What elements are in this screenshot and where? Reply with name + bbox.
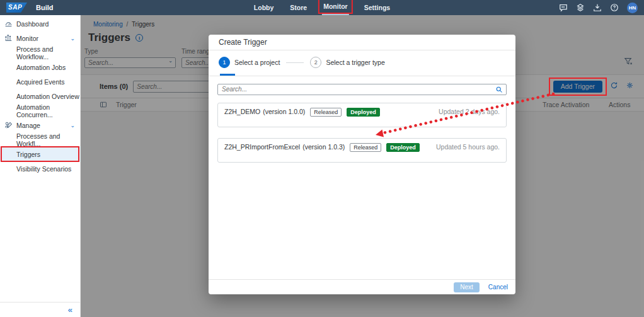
dialog-footer: Next Cancel <box>209 279 515 294</box>
nav-store[interactable]: Store <box>289 0 308 15</box>
active-step-indicator <box>220 74 235 76</box>
project-search-input[interactable] <box>217 84 507 95</box>
wizard-steps: 1 Select a project 2 Select a trigger ty… <box>209 50 515 76</box>
project-list: Z2H_DEMO (version 1.0.0) Released Deploy… <box>217 103 507 163</box>
dialog-title: Create Trigger <box>219 38 267 47</box>
project-version: (version 1.0.0) <box>263 108 305 115</box>
sidebar-item-automation-concurrency[interactable]: Automation Concurren... <box>0 103 80 118</box>
sidebar-item-dashboard[interactable]: Dashboard <box>0 16 80 31</box>
step-1-label: Select a project <box>234 59 280 66</box>
dialog-body: Z2H_DEMO (version 1.0.0) Released Deploy… <box>209 76 515 180</box>
sidebar-item-label: Monitor <box>16 35 38 42</box>
sidebar-item-label: Automation Jobs <box>16 64 66 71</box>
nav-monitor-label: Monitor <box>323 3 348 10</box>
deployed-badge: Deployed <box>386 143 420 152</box>
monitor-chart-icon <box>4 34 13 42</box>
sidebar-item-label: Automation Overview <box>16 93 79 100</box>
cancel-button[interactable]: Cancel <box>488 284 508 291</box>
nav-settings[interactable]: Settings <box>363 0 391 15</box>
sidebar-item-label: Manage <box>16 122 40 129</box>
sidebar-item-automation-jobs[interactable]: Automation Jobs <box>0 60 80 74</box>
project-row-z2h-primportfromexcel[interactable]: Z2H_PRImportFromExcel (version 1.0.3) Re… <box>217 138 507 163</box>
chevron-down-icon[interactable]: ⌄ <box>70 122 75 129</box>
side-navigation: Dashboard Monitor ⌄ Process and Workflow… <box>0 15 81 317</box>
sidebar-item-automation-overview[interactable]: Automation Overview <box>0 89 80 103</box>
sidebar-item-manage[interactable]: Manage ⌄ <box>0 118 80 132</box>
step-connector <box>286 62 304 63</box>
page: SAP Build Lobby Store Monitor Settings <box>0 0 644 317</box>
chevron-down-icon[interactable]: ⌄ <box>70 35 75 42</box>
feedback-icon[interactable] <box>559 3 568 12</box>
search-icon[interactable] <box>495 84 503 96</box>
sidebar-item-label: Triggers <box>16 151 40 158</box>
user-avatar[interactable]: HN <box>627 3 638 13</box>
side-nav-list: Dashboard Monitor ⌄ Process and Workflow… <box>0 15 80 302</box>
shell-nav: Lobby Store Monitor Settings <box>253 0 391 15</box>
sidebar-item-label: Automation Concurren... <box>16 103 80 118</box>
sidebar-item-monitor[interactable]: Monitor ⌄ <box>0 31 80 45</box>
sidebar-collapse-button[interactable]: « <box>68 306 72 314</box>
shellbar-actions: HN <box>559 3 638 13</box>
sidebar-item-triggers[interactable]: Triggers <box>0 147 80 161</box>
project-version: (version 1.0.3) <box>302 143 345 151</box>
sidebar-item-label: Visibility Scenarios <box>16 165 71 173</box>
sap-logo[interactable]: SAP <box>6 3 27 13</box>
sidebar-item-processes-workflows[interactable]: Processes and Workfl... <box>0 132 80 147</box>
product-name: Build <box>36 4 54 11</box>
dashboard-icon <box>4 20 13 28</box>
sidebar-item-label: Acquired Events <box>16 78 64 86</box>
step-2-label: Select a trigger type <box>326 59 384 66</box>
create-trigger-dialog: Create Trigger 1 Select a project 2 Sele… <box>209 35 515 294</box>
next-button[interactable]: Next <box>454 282 480 292</box>
sidebar-item-process-workflow[interactable]: Process and Workflow... <box>0 45 80 60</box>
step-select-project[interactable]: 1 Select a project <box>219 57 280 68</box>
nav-monitor[interactable]: Monitor <box>322 0 349 15</box>
project-name: Z2H_PRImportFromExcel <box>224 143 300 151</box>
sidebar-item-visibility-scenarios[interactable]: Visibility Scenarios <box>0 161 80 176</box>
sidebar-item-label: Process and Workflow... <box>16 45 80 61</box>
project-name: Z2H_DEMO <box>224 108 260 115</box>
download-icon[interactable] <box>593 3 602 12</box>
dialog-header: Create Trigger <box>209 35 515 50</box>
sidebar-item-label: Dashboard <box>16 20 49 28</box>
step-1-circle: 1 <box>219 57 230 68</box>
sidebar-item-acquired-events[interactable]: Acquired Events <box>0 74 80 89</box>
shellbar: SAP Build Lobby Store Monitor Settings <box>0 0 644 15</box>
step-2-circle: 2 <box>310 57 321 68</box>
released-badge: Released <box>350 143 381 152</box>
deployed-badge: Deployed <box>347 108 380 117</box>
released-badge: Released <box>310 108 342 117</box>
manage-icon <box>4 121 13 129</box>
sidebar-footer: « <box>0 302 80 317</box>
sidebar-item-label: Processes and Workfl... <box>16 132 80 147</box>
product-switch-icon[interactable] <box>576 3 585 12</box>
project-updated: Updated 2 days ago. <box>439 108 500 115</box>
help-icon[interactable] <box>610 3 619 12</box>
project-row-z2h-demo[interactable]: Z2H_DEMO (version 1.0.0) Released Deploy… <box>217 103 507 127</box>
nav-lobby[interactable]: Lobby <box>253 0 275 15</box>
project-updated: Updated 5 hours ago. <box>436 143 500 151</box>
step-select-trigger-type[interactable]: 2 Select a trigger type <box>310 57 384 68</box>
